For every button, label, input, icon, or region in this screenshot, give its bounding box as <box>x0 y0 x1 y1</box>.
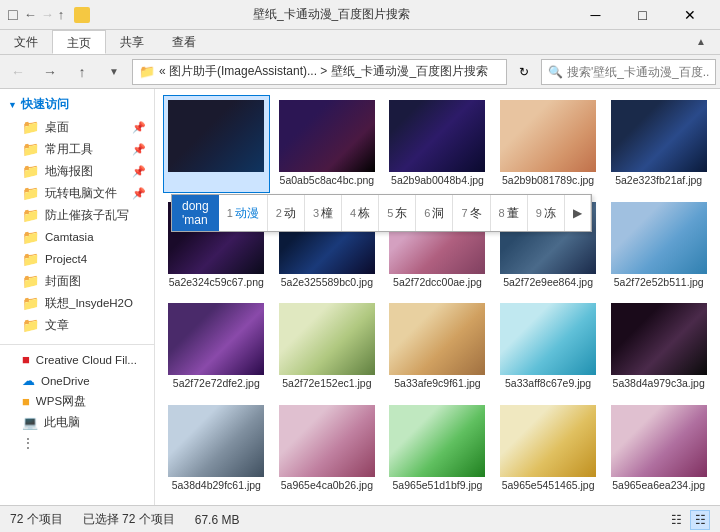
content-area: dong'man 1动漫 2动 3橦 4栋 5东 6洞 <box>155 89 720 505</box>
file-item-12[interactable]: 5a33afe9c9f61.jpg <box>384 298 491 396</box>
file-item-2[interactable]: 5a2b9ab0048b4.jpg <box>384 95 491 193</box>
sidebar-item-desktop[interactable]: 📁 桌面 📌 <box>0 116 154 138</box>
onedrive-icon: ☁ <box>22 373 35 388</box>
file-item-9[interactable]: 5a2f72e52b511.jpg <box>605 197 712 295</box>
sidebar-item-pcfiles[interactable]: 📁 玩转电脑文件 📌 <box>0 182 154 204</box>
file-item-0[interactable] <box>163 95 270 193</box>
folder-icon: 📁 <box>22 207 39 223</box>
file-item-18[interactable]: 5a965e5451465.jpg <box>495 400 602 498</box>
ribbon-collapse-btn[interactable]: ▲ <box>682 30 720 54</box>
tab-view[interactable]: 查看 <box>158 30 210 54</box>
sidebar-item-article[interactable]: 📁 文章 <box>0 314 154 336</box>
ime-candidate-4[interactable]: 4栋 <box>342 195 379 231</box>
ime-candidate-3[interactable]: 3橦 <box>305 195 342 231</box>
search-bar[interactable]: 🔍 <box>541 59 716 85</box>
sidebar-item-tools[interactable]: 📁 常用工具 📌 <box>0 138 154 160</box>
file-thumbnail-10 <box>168 303 264 375</box>
tab-share[interactable]: 共享 <box>106 30 158 54</box>
minimize-button[interactable]: ─ <box>573 0 618 30</box>
sidebar-item-insyde[interactable]: 📁 联想_InsydeH2O <box>0 292 154 314</box>
folder-icon: 📁 <box>22 273 39 289</box>
sidebar-divider <box>0 344 154 345</box>
file-item-10[interactable]: 5a2f72e72dfe2.jpg <box>163 298 270 396</box>
file-item-16[interactable]: 5a965e4ca0b26.jpg <box>274 400 381 498</box>
sidebar-item-nowrite[interactable]: 📁 防止催孩子乱写 <box>0 204 154 226</box>
file-item-17[interactable]: 5a965e51d1bf9.jpg <box>384 400 491 498</box>
ime-candidate-8[interactable]: 8董 <box>491 195 528 231</box>
file-item-4[interactable]: 5a2e323fb21af.jpg <box>605 95 712 193</box>
file-item-19[interactable]: 5a965ea6ea234.jpg <box>605 400 712 498</box>
wps-icon: ■ <box>22 394 30 409</box>
sidebar-item-project4[interactable]: 📁 Project4 <box>0 248 154 270</box>
file-thumbnail-0 <box>168 100 264 172</box>
folder-icon: 📁 <box>22 295 39 311</box>
breadcrumb[interactable]: 📁 « 图片助手(ImageAssistant)... > 壁纸_卡通动漫_百度… <box>132 59 507 85</box>
ime-input: dong'man <box>172 195 219 231</box>
sidebar-item-creativecloud[interactable]: ■ Creative Cloud Fil... <box>0 349 154 370</box>
status-count: 72 个项目 <box>10 511 63 528</box>
ime-num-9: 9 <box>536 207 542 219</box>
sidebar-item-mycomputer[interactable]: 💻 此电脑 <box>0 412 154 433</box>
sidebar-item-onedrive[interactable]: ☁ OneDrive <box>0 370 154 391</box>
file-item-3[interactable]: 5a2b9b081789c.jpg <box>495 95 602 193</box>
titlebar-up-icon[interactable]: ↑ <box>58 7 65 23</box>
file-name-13: 5a33aff8c67e9.jpg <box>505 377 591 391</box>
sidebar-item-poster[interactable]: 📁 地海报图 📌 <box>0 160 154 182</box>
list-view-button[interactable]: ☷ <box>666 510 686 530</box>
file-name-9: 5a2f72e52b511.jpg <box>614 276 704 290</box>
titlebar-quick-access: ← → ↑ <box>24 7 91 23</box>
sidebar-header-quickaccess[interactable]: ▼ 快速访问 <box>0 93 154 116</box>
maximize-button[interactable]: □ <box>620 0 665 30</box>
file-thumbnail-19 <box>611 405 707 477</box>
folder-icon: 📁 <box>22 251 39 267</box>
file-thumbnail-14 <box>611 303 707 375</box>
tab-home[interactable]: 主页 <box>52 30 106 54</box>
tab-file[interactable]: 文件 <box>0 30 52 54</box>
file-item-11[interactable]: 5a2f72e152ec1.jpg <box>274 298 381 396</box>
file-item-13[interactable]: 5a33aff8c67e9.jpg <box>495 298 602 396</box>
window-controls: ─ □ ✕ <box>573 0 712 30</box>
nav-back-button[interactable]: ← <box>4 58 32 86</box>
recent-locations-button[interactable]: ▼ <box>100 58 128 86</box>
creative-cloud-icon: ■ <box>22 352 30 367</box>
ime-candidate-2[interactable]: 2动 <box>268 195 305 231</box>
close-button[interactable]: ✕ <box>667 0 712 30</box>
ime-candidate-9[interactable]: 9冻 <box>528 195 565 231</box>
sidebar: ▼ 快速访问 📁 桌面 📌 📁 常用工具 📌 📁 地海报图 📌 📁 玩转电脑文件 <box>0 89 155 505</box>
titlebar-forward-icon[interactable]: → <box>41 7 54 23</box>
grid-view-button[interactable]: ☷ <box>690 510 710 530</box>
search-input[interactable] <box>567 65 709 79</box>
file-thumbnail-15 <box>168 405 264 477</box>
status-selected: 已选择 72 个项目 <box>83 511 175 528</box>
file-name-11: 5a2f72e152ec1.jpg <box>282 377 371 391</box>
sidebar-item-wpsdisk[interactable]: ■ WPS网盘 <box>0 391 154 412</box>
file-name-6: 5a2e325589bc0.jpg <box>281 276 373 290</box>
expand-icon: ▼ <box>8 100 17 110</box>
ime-num-1: 1 <box>227 207 233 219</box>
file-thumbnail-16 <box>279 405 375 477</box>
file-name-10: 5a2f72e72dfe2.jpg <box>173 377 260 391</box>
nav-forward-button[interactable]: → <box>36 58 64 86</box>
refresh-button[interactable]: ↻ <box>511 59 537 85</box>
sidebar-section-quickaccess: ▼ 快速访问 📁 桌面 📌 📁 常用工具 📌 📁 地海报图 📌 📁 玩转电脑文件 <box>0 89 154 340</box>
ime-bar: dong'man 1动漫 2动 3橦 4栋 5东 6洞 <box>171 194 592 232</box>
sidebar-item-cover[interactable]: 📁 封面图 <box>0 270 154 292</box>
system-menu-icon[interactable]: □ <box>8 6 18 24</box>
sidebar-item-more[interactable]: ⋮ <box>0 433 154 453</box>
sidebar-item-camtasia[interactable]: 📁 Camtasia <box>0 226 154 248</box>
ime-more-button[interactable]: ▶ <box>565 195 591 231</box>
file-item-15[interactable]: 5a38d4b29fc61.jpg <box>163 400 270 498</box>
file-thumbnail-3 <box>500 100 596 172</box>
addressbar: ← → ↑ ▼ 📁 « 图片助手(ImageAssistant)... > 壁纸… <box>0 55 720 89</box>
folder-icon: 📁 <box>22 185 39 201</box>
ime-candidate-7[interactable]: 7冬 <box>453 195 490 231</box>
file-item-14[interactable]: 5a38d4a979c3a.jpg <box>605 298 712 396</box>
ime-candidates: 1动漫 2动 3橦 4栋 5东 6洞 7冬 <box>219 195 591 231</box>
file-item-1[interactable]: 5a0ab5c8ac4bc.png <box>274 95 381 193</box>
ime-candidate-1[interactable]: 1动漫 <box>219 195 268 231</box>
titlebar-back-icon[interactable]: ← <box>24 7 37 23</box>
ime-candidate-5[interactable]: 5东 <box>379 195 416 231</box>
folder-icon <box>74 7 90 23</box>
nav-up-button[interactable]: ↑ <box>68 58 96 86</box>
ime-candidate-6[interactable]: 6洞 <box>416 195 453 231</box>
